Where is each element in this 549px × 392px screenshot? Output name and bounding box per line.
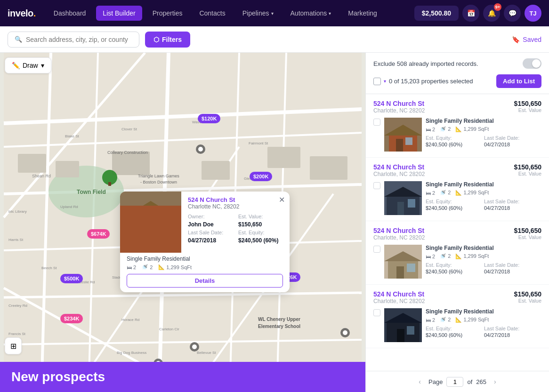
prop-city: Charlotte, NC 28202 <box>373 298 425 304</box>
popup-details-button[interactable]: Details <box>127 274 283 288</box>
svg-text:Shean Rd: Shean Rd <box>32 174 51 178</box>
messages-button[interactable]: 💬 <box>504 5 521 22</box>
price-badge-200k[interactable]: $200K <box>250 172 272 181</box>
prop-checkbox-1[interactable] <box>373 119 380 126</box>
add-to-list-button[interactable]: Add to List <box>496 74 541 88</box>
new-prospects-banner: New prospects <box>0 362 365 392</box>
svg-rect-21 <box>202 161 230 180</box>
svg-rect-86 <box>408 199 415 208</box>
prop-city: Charlotte, NC 28202 <box>373 107 425 114</box>
saved-button[interactable]: 🔖 Saved <box>512 36 541 43</box>
logo-dot: . <box>33 8 36 19</box>
popup-sale-label: Last Sale Date: <box>188 230 233 235</box>
svg-rect-69 <box>108 182 111 186</box>
svg-rect-90 <box>396 266 404 279</box>
popup-address: 524 N Church St <box>188 196 283 203</box>
next-page-button[interactable]: › <box>490 376 500 387</box>
exclude-toggle[interactable] <box>523 58 541 69</box>
pagination: ‹ Page of 265 › <box>366 371 549 392</box>
svg-text:Francis St: Francis St <box>8 332 26 336</box>
select-chevron-icon[interactable]: ▾ <box>384 79 386 84</box>
property-item-4[interactable]: 524 N Church St Charlotte, NC 28202 $150… <box>366 285 549 348</box>
prop-price: $150,650 <box>514 163 541 171</box>
prop-details-3: Single Family Residential 🛏 2 🚿 2 📐 1,29… <box>426 245 541 274</box>
svg-point-59 <box>198 147 203 152</box>
map-area[interactable]: Shean Rd Blake St Clover St Waver... Tow… <box>0 53 365 392</box>
main-content: Shean Rd Blake St Clover St Waver... Tow… <box>0 53 549 392</box>
prop-checkbox-3[interactable] <box>373 246 380 253</box>
prop-checkbox-4[interactable] <box>373 309 380 316</box>
exclude-text: Exclude 508 already imported records. <box>373 60 478 67</box>
popup-equity-value: $240,500 (60%) <box>238 237 283 244</box>
price-badge-500k[interactable]: $500K <box>60 274 83 283</box>
right-panel: Exclude 508 already imported records. ▾ … <box>365 53 549 392</box>
svg-text:Town Field: Town Field <box>77 189 106 195</box>
draw-chevron-icon: ▾ <box>41 62 44 69</box>
calendar-button[interactable]: 📅 <box>462 5 479 22</box>
price-badge-674k[interactable]: $674K <box>87 229 110 239</box>
svg-rect-95 <box>397 329 404 342</box>
popup-baths: 🚿 2 <box>142 264 153 270</box>
logo-text: invelo <box>8 8 33 19</box>
property-item-1[interactable]: 524 N Church St Charlotte, NC 28202 $150… <box>366 94 549 158</box>
prop-details-4: Single Family Residential 🛏 2 🚿 2 📐 1,29… <box>426 308 541 338</box>
prop-price: $150,650 <box>514 227 541 234</box>
search-input[interactable] <box>26 36 132 43</box>
prop-checkbox-2[interactable] <box>373 182 380 189</box>
toggle-thumb <box>532 59 541 68</box>
property-item-3[interactable]: 524 N Church St Charlotte, NC 28202 $150… <box>366 221 549 285</box>
pipelines-chevron-icon: ▾ <box>271 11 274 16</box>
popup-city: Charlotte NC, 28202 <box>188 203 283 210</box>
nav-contacts[interactable]: Contacts <box>193 6 232 21</box>
svg-text:Creeley Rd: Creeley Rd <box>8 304 27 308</box>
panel-header: Exclude 508 already imported records. ▾ … <box>366 53 549 94</box>
prev-page-button[interactable]: ‹ <box>415 376 425 387</box>
automations-chevron-icon: ▾ <box>329 11 331 16</box>
bookmark-icon: 🔖 <box>512 36 520 43</box>
prop-image-2 <box>384 181 422 215</box>
layers-button[interactable]: ⊞ <box>5 337 22 354</box>
filter-button[interactable]: ⬡ Filters <box>145 32 190 48</box>
svg-rect-70 <box>120 192 181 253</box>
of-label: of <box>467 378 472 385</box>
price-badge-234k[interactable]: $234K <box>60 314 83 323</box>
svg-rect-18 <box>18 154 46 173</box>
filter-icon: ⬡ <box>153 36 159 43</box>
nav-automations[interactable]: Automations ▾ <box>284 6 338 21</box>
price-badge-120k[interactable]: $120K <box>198 114 220 123</box>
notifications-button[interactable]: 🔔 9+ <box>483 5 500 22</box>
prop-est-label: Est. Value <box>514 234 541 240</box>
svg-rect-76 <box>165 224 177 236</box>
prop-image-3 <box>384 245 422 279</box>
svg-rect-23 <box>310 156 347 180</box>
search-container[interactable]: 🔍 <box>8 32 139 48</box>
popup-owner-value: John Doe <box>188 221 233 228</box>
chat-icon: 💬 <box>509 9 517 17</box>
select-all-checkbox[interactable] <box>373 78 381 85</box>
nav-dashboard[interactable]: Dashboard <box>47 6 93 21</box>
property-item-2[interactable]: 524 N Church St Charlotte, NC 28202 $150… <box>366 158 549 221</box>
svg-text:blic Library: blic Library <box>8 209 27 214</box>
balance-display[interactable]: $2,500.80 <box>414 6 459 21</box>
popup-close-button[interactable]: ✕ <box>279 195 285 204</box>
nav-list-builder[interactable]: List Builder <box>96 6 142 21</box>
svg-rect-96 <box>407 326 414 335</box>
nav-marketing[interactable]: Marketing <box>341 6 383 21</box>
svg-rect-19 <box>56 161 79 177</box>
svg-rect-73 <box>144 234 158 253</box>
svg-rect-81 <box>405 137 412 145</box>
prop-est-label: Est. Value <box>514 171 541 176</box>
draw-button[interactable]: ✏️ Draw ▾ <box>5 57 51 73</box>
nav-properties[interactable]: Properties <box>146 6 189 21</box>
svg-text:Blake St: Blake St <box>65 134 80 138</box>
svg-text:Carleton Cir: Carleton Cir <box>159 327 179 331</box>
svg-rect-22 <box>267 147 300 168</box>
prop-image-4 <box>384 308 422 342</box>
user-avatar[interactable]: TJ <box>525 5 541 22</box>
toolbar: 🔍 ⬡ Filters 🔖 Saved <box>0 26 549 53</box>
popup-features: 🛏 2 🚿 2 📐 1,299 SqFt <box>127 264 283 270</box>
nav-pipelines[interactable]: Pipelines ▾ <box>236 6 280 21</box>
svg-rect-75 <box>125 224 137 236</box>
logo[interactable]: invelo. <box>8 8 36 19</box>
page-number-input[interactable] <box>446 377 463 387</box>
